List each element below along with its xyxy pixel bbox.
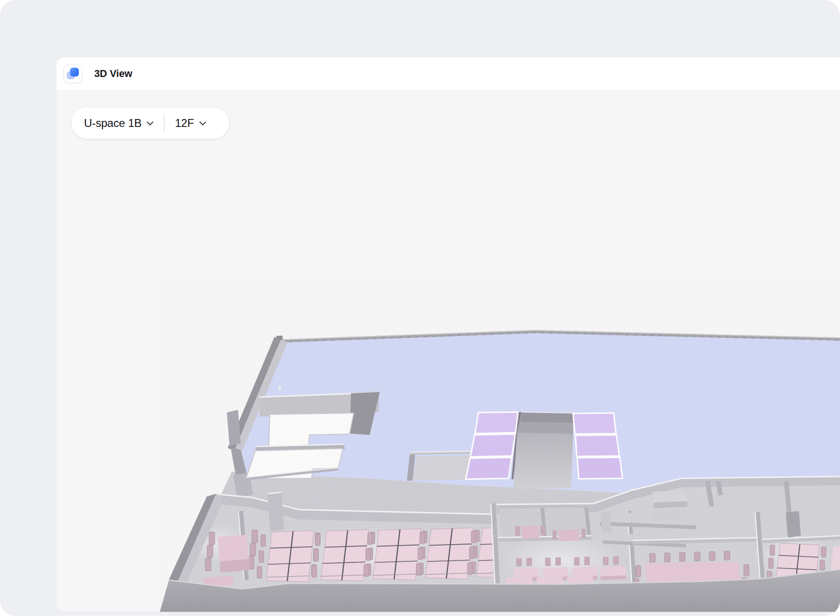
floor-selector-label: 12F	[175, 117, 194, 130]
selector-divider	[164, 115, 165, 132]
layers-icon	[63, 64, 82, 83]
3d-view-card: 3D View U-space 1B 12F	[56, 57, 840, 612]
floorplan-svg	[56, 57, 840, 612]
floorplan-canvas[interactable]	[56, 91, 840, 612]
chevron-down-icon	[199, 121, 206, 126]
chevron-down-icon	[147, 121, 154, 126]
render-grain	[159, 280, 840, 612]
building-selector-label: U-space 1B	[84, 117, 141, 130]
page-title: 3D View	[94, 68, 132, 80]
floor-selector[interactable]: 12F	[175, 117, 206, 130]
app-window: 3D View U-space 1B 12F	[0, 0, 840, 616]
view-selector-pill: U-space 1B 12F	[71, 107, 230, 139]
building-selector[interactable]: U-space 1B	[84, 117, 154, 130]
layers-icon-front-square	[70, 68, 79, 77]
card-header: 3D View	[56, 57, 840, 91]
